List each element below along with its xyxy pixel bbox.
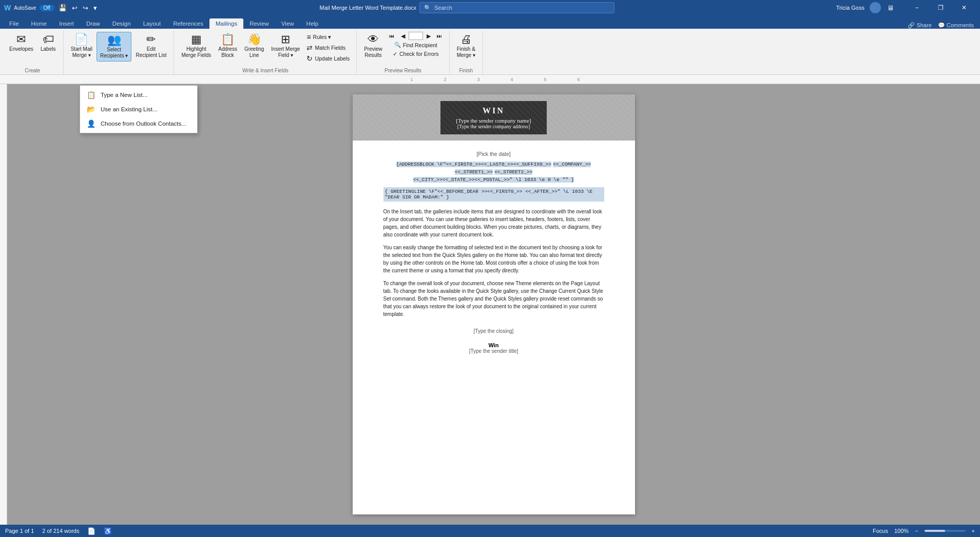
labels-icon: 🏷 xyxy=(43,34,54,45)
header-win-text: WIN xyxy=(456,106,531,115)
tab-design[interactable]: Design xyxy=(106,18,137,29)
minimize-button[interactable]: − xyxy=(905,0,929,15)
tab-draw[interactable]: Draw xyxy=(80,18,106,29)
finish-merge-button[interactable]: 🖨 Finish &Merge ▾ xyxy=(454,32,478,61)
zoom-in-icon[interactable]: + xyxy=(972,528,975,534)
dropdown-type-new[interactable]: 📋 Type a New List... xyxy=(80,88,197,102)
rules-icon: ≡ xyxy=(306,33,311,41)
choose-outlook-icon: 👤 xyxy=(86,120,95,128)
insert-merge-field-button[interactable]: ⊞ Insert MergeField ▾ xyxy=(268,32,303,61)
save-icon[interactable]: 💾 xyxy=(57,3,68,13)
envelopes-icon: ✉ xyxy=(16,34,26,45)
finish-label: Finish xyxy=(459,67,473,74)
greeting-field: { GREETINGLINE \F"<<_BEFORE_DEAR >><<_FI… xyxy=(383,187,604,202)
check-errors-button[interactable]: ✓ Check for Errors xyxy=(390,50,441,58)
document-page: WIN [Type the sender company name] [Type… xyxy=(353,94,635,514)
redo-icon[interactable]: ↪ xyxy=(82,3,89,13)
close-button[interactable]: ✕ xyxy=(952,0,976,15)
document-area: WIN [Type the sender company name] [Type… xyxy=(7,84,980,525)
dropdown-use-existing-label: Use an Existing List... xyxy=(101,106,158,112)
document-body: On the Insert tab, the galleries include… xyxy=(383,208,604,318)
focus-label[interactable]: Focus xyxy=(873,528,888,534)
ribbon: ✉ Envelopes 🏷 Labels Create 📄 Start Mail… xyxy=(0,29,980,75)
dropdown-choose-outlook[interactable]: 👤 Choose from Outlook Contacts... xyxy=(80,116,197,131)
start-mail-merge-buttons: 📄 Start MailMerge ▾ 👥 SelectRecipients ▾… xyxy=(68,31,170,72)
autosave-toggle[interactable]: Off xyxy=(40,5,54,11)
finish-merge-icon: 🖨 xyxy=(460,34,472,45)
prev-record-button[interactable]: ◀ xyxy=(398,32,408,40)
tab-help[interactable]: Help xyxy=(300,18,325,29)
preview-results-label: Preview Results xyxy=(385,67,421,74)
preview-results-button[interactable]: 👁 PreviewResults xyxy=(361,32,386,61)
write-insert-label: Write & Insert Fields xyxy=(242,67,289,74)
record-number-input[interactable] xyxy=(409,32,423,40)
address-block-merge-line-5: <<_CITY_>><<_STATE_>><<_POSTAL_>>" \l 10… xyxy=(413,177,574,183)
zoom-out-icon[interactable]: − xyxy=(915,528,918,534)
ribbon-group-preview: 👁 PreviewResults ⏮ ◀ ▶ ⏭ 🔍 Find Recipien… xyxy=(357,31,450,74)
zoom-level: 100% xyxy=(894,528,909,534)
ribbon-tab-right: 🔗 Share 💬 Comments xyxy=(908,22,980,29)
edit-recipient-list-button[interactable]: ✏ EditRecipient List xyxy=(132,32,169,61)
address-block-merge-line-2: <<_COMPANY_>> xyxy=(553,162,591,167)
tab-insert[interactable]: Insert xyxy=(53,18,80,29)
first-record-icon: ⏮ xyxy=(389,33,395,39)
zoom-slider[interactable] xyxy=(925,530,966,532)
highlight-merge-fields-button[interactable]: ▦ HighlightMerge Fields xyxy=(178,32,214,61)
comments-button[interactable]: 💬 Comments xyxy=(938,22,974,29)
labels-button[interactable]: 🏷 Labels xyxy=(37,32,59,54)
select-recipients-button[interactable]: 👥 SelectRecipients ▾ xyxy=(97,32,131,62)
doc-sender-title: [Type the sender title] xyxy=(383,348,604,354)
search-icon: 🔍 xyxy=(424,5,431,11)
main-area: WIN [Type the sender company name] [Type… xyxy=(0,84,980,525)
match-fields-button[interactable]: ⇄ Match Fields xyxy=(304,43,352,53)
header-company-name: [Type the sender company name] xyxy=(456,117,531,124)
header-company-address: [Type the sender company address] xyxy=(456,124,531,129)
word-count: 2 of 214 words xyxy=(42,528,79,534)
user-name: Tricia Goss xyxy=(836,5,864,11)
tab-references[interactable]: References xyxy=(167,18,209,29)
doc-header-banner: WIN [Type the sender company name] [Type… xyxy=(353,94,635,141)
first-record-button[interactable]: ⏮ xyxy=(387,32,397,40)
title-bar-left: W AutoSave Off 💾 ↩ ↪ ▾ xyxy=(4,3,98,13)
tab-review[interactable]: Review xyxy=(243,18,275,29)
accessibility-icon[interactable]: ♿ xyxy=(104,527,112,535)
greeting-line-button[interactable]: 👋 GreetingLine xyxy=(241,32,267,61)
undo-icon[interactable]: ↩ xyxy=(71,3,79,13)
tab-view[interactable]: View xyxy=(275,18,300,29)
use-existing-icon: 📂 xyxy=(86,105,95,113)
dropdown-use-existing[interactable]: 📂 Use an Existing List... xyxy=(80,102,197,116)
envelopes-button[interactable]: ✉ Envelopes xyxy=(6,32,36,54)
title-bar: W AutoSave Off 💾 ↩ ↪ ▾ Mail Merge Letter… xyxy=(0,0,980,15)
doc-closing: [Type the closing] xyxy=(383,328,604,334)
insert-merge-field-icon: ⊞ xyxy=(281,34,290,45)
tab-file[interactable]: File xyxy=(3,18,25,29)
share-button[interactable]: 🔗 Share xyxy=(908,22,931,29)
type-new-icon: 📋 xyxy=(86,91,95,99)
restore-button[interactable]: ❐ xyxy=(929,0,952,15)
update-labels-button[interactable]: ↻ Update Labels xyxy=(304,53,352,64)
title-bar-right: Tricia Goss 🖥 − ❐ ✕ xyxy=(836,0,976,15)
address-block-merge-line-1: {ADDRESSBLOCK \F"<<_FIRST0_>><<_LAST0_>>… xyxy=(396,162,551,167)
rules-button[interactable]: ≡ Rules ▾ xyxy=(304,32,352,42)
address-block-button[interactable]: 📋 AddressBlock xyxy=(215,32,240,61)
vertical-ruler xyxy=(0,84,7,525)
status-right: Focus 100% − + xyxy=(873,528,975,534)
more-icon[interactable]: ▾ xyxy=(92,3,98,13)
autosave-label: AutoSave xyxy=(14,5,36,11)
display-options-icon[interactable]: 🖥 xyxy=(886,3,895,13)
ribbon-tabs: File Home Insert Draw Design Layout Refe… xyxy=(0,15,980,29)
tab-home[interactable]: Home xyxy=(25,18,53,29)
status-bar: Page 1 of 1 2 of 214 words 📄 ♿ Focus 100… xyxy=(0,525,980,537)
next-record-button[interactable]: ▶ xyxy=(424,32,433,40)
proofing-icon[interactable]: 📄 xyxy=(87,527,95,535)
last-record-button[interactable]: ⏭ xyxy=(434,32,445,40)
tab-layout[interactable]: Layout xyxy=(137,18,167,29)
preview-nav-col: ⏮ ◀ ▶ ⏭ 🔍 Find Recipient ✓ Check for Err… xyxy=(387,32,445,58)
find-recipient-button[interactable]: 🔍 Find Recipient xyxy=(392,41,440,49)
highlight-merge-fields-icon: ▦ xyxy=(191,34,202,45)
edit-recipient-list-icon: ✏ xyxy=(146,34,156,45)
write-insert-col: ≡ Rules ▾ ⇄ Match Fields ↻ Update Labels xyxy=(304,32,352,64)
tab-mailings[interactable]: Mailings xyxy=(209,18,243,29)
search-box[interactable]: 🔍 Search xyxy=(419,2,614,13)
start-mail-merge-button[interactable]: 📄 Start MailMerge ▾ xyxy=(68,32,95,61)
